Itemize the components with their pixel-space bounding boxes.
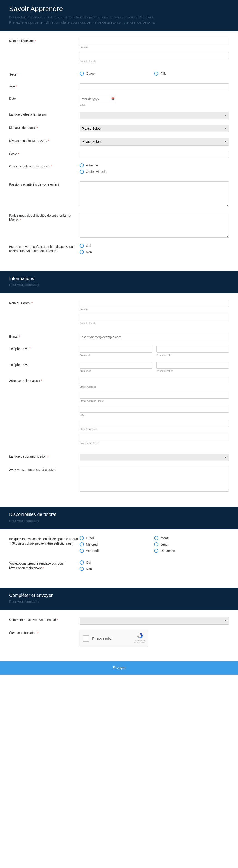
school-input[interactable]	[80, 151, 229, 158]
section1-desc2: Prenez le temps de remplir le formulaire…	[9, 20, 229, 25]
age-input[interactable]	[80, 83, 229, 90]
recaptcha-badge: reCAPTCHA Privacy - Terms	[134, 632, 146, 643]
radio-icon	[80, 567, 84, 571]
date-label: Date	[9, 97, 16, 100]
section4-header: Compléter et envoyer Pour vous contacter	[0, 588, 238, 610]
radio-icon	[80, 542, 84, 547]
comm-lang-select[interactable]	[80, 454, 229, 461]
age-label: Age	[9, 85, 15, 88]
parent-first-name-input[interactable]	[80, 300, 229, 307]
radio-icon	[154, 71, 158, 75]
passions-textarea[interactable]	[80, 182, 229, 207]
school-option-inperson-radio[interactable]: À l'école	[80, 163, 229, 167]
required-mark: *	[47, 455, 49, 458]
appt-no-radio[interactable]: Non	[80, 567, 229, 571]
other-textarea[interactable]	[80, 467, 229, 492]
section1-desc1: Pour débuter le processus de tutorat il …	[9, 14, 229, 20]
section3-subtitle: Pour vous contacter	[9, 518, 229, 523]
postal-input[interactable]	[80, 434, 229, 441]
phone2-number-input[interactable]	[156, 362, 229, 369]
calendar-icon: 📅	[111, 97, 115, 101]
gender-boy-radio[interactable]: Garçon	[80, 71, 154, 75]
state-sublabel: State / Province	[80, 428, 229, 430]
parent-first-name-sublabel: Prénom	[80, 308, 229, 310]
student-last-name-input[interactable]	[80, 52, 229, 59]
radio-icon	[80, 163, 84, 167]
phone1-area-input[interactable]	[80, 346, 152, 353]
handicap-label: Est-ce que votre enfant a un handicap? S…	[9, 245, 74, 253]
day-tuesday-checkbox[interactable]: Mardi	[154, 536, 229, 540]
postal-sublabel: Postal / Zip Code	[80, 442, 229, 444]
difficulties-label: Parlez-nous des difficultés de votre enf…	[9, 214, 71, 222]
handicap-yes-radio[interactable]: Oui	[80, 244, 229, 248]
comm-lang-label: Langue de communication	[9, 455, 46, 458]
section2-header: Informations Pour vous contacter	[0, 271, 238, 293]
subjects-select[interactable]: Please Select	[80, 125, 229, 132]
school-label: École	[9, 152, 17, 156]
day-friday-checkbox[interactable]: Vendredi	[80, 549, 154, 553]
date-sublabel: Date	[80, 103, 229, 106]
home-lang-select[interactable]	[80, 112, 229, 119]
required-mark: *	[19, 335, 20, 338]
radio-icon	[80, 169, 84, 174]
radio-icon	[80, 71, 84, 75]
submit-button[interactable]: Envoyer	[0, 661, 238, 675]
state-input[interactable]	[80, 420, 229, 427]
school-option-virtual-radio[interactable]: Option virtuelle	[80, 169, 229, 174]
recaptcha-widget[interactable]: I'm not a robot reCAPTCHA Privacy - Term…	[80, 630, 148, 647]
handicap-no-radio[interactable]: Non	[80, 250, 229, 254]
day-sunday-checkbox[interactable]: Dimanche	[154, 549, 229, 553]
recaptcha-logo-icon	[136, 632, 143, 639]
city-input[interactable]	[80, 406, 229, 413]
section2-title: Informations	[9, 276, 229, 281]
required-mark: *	[30, 347, 31, 351]
appt-yes-radio[interactable]: Oui	[80, 560, 229, 565]
recaptcha-text: I'm not a robot	[92, 637, 112, 640]
day-wednesday-checkbox[interactable]: Mercredi	[80, 542, 154, 547]
required-mark: *	[17, 73, 19, 76]
street-address2-input[interactable]	[80, 392, 229, 399]
student-name-label: Nom de l'étudiant	[9, 39, 34, 43]
email-label: E-mail	[9, 335, 18, 338]
recaptcha-terms: Privacy - Terms	[134, 642, 146, 643]
street-address-input[interactable]	[80, 378, 229, 384]
student-first-name-input[interactable]	[80, 38, 229, 45]
day-thursday-checkbox[interactable]: Jeudi	[154, 542, 229, 547]
email-input[interactable]	[80, 334, 229, 340]
page-title: Savoir Apprendre	[9, 5, 229, 13]
parent-last-name-sublabel: Nom de famille	[80, 322, 229, 324]
human-label: Êtes-vous humain?	[9, 631, 36, 635]
day-monday-checkbox[interactable]: Lundi	[80, 536, 154, 540]
phone-number-sublabel: Phone number	[156, 370, 229, 372]
recaptcha-checkbox-icon	[83, 635, 89, 642]
other-label: Avez-vous autre chose à ajouter?	[9, 468, 56, 471]
phone-number-sublabel: Phone number	[156, 353, 229, 356]
required-mark: *	[43, 566, 44, 570]
found-select[interactable]	[80, 617, 229, 624]
radio-icon	[80, 244, 84, 248]
radio-icon	[80, 560, 84, 565]
area-code-sublabel: Area code	[80, 353, 152, 356]
found-label: Comment nous avez-vous trouvé	[9, 618, 56, 622]
section4-title: Compléter et envoyer	[9, 593, 229, 598]
section4-subtitle: Pour vous contacter	[9, 599, 229, 604]
last-name-sublabel: Nom de famille	[80, 60, 229, 62]
required-mark: *	[51, 164, 52, 168]
school-option-label: Option scholaire cette année	[9, 164, 50, 168]
gender-label: Sexe	[9, 73, 17, 76]
required-mark: *	[41, 379, 42, 382]
parent-last-name-input[interactable]	[80, 314, 229, 321]
gender-girl-radio[interactable]: Fille	[154, 71, 229, 75]
grade-select[interactable]: Please Select	[80, 138, 229, 146]
address-label: Adresse de la maison	[9, 379, 40, 382]
appt-label: Voulez-vous prendre rendez-vous pour l'é…	[9, 562, 64, 570]
phone1-number-input[interactable]	[156, 346, 229, 353]
section1-header: Savoir Apprendre Pour débuter le process…	[0, 0, 238, 31]
phone1-label: Téléphone #1	[9, 347, 29, 351]
first-name-sublabel: Prénom	[80, 45, 229, 49]
required-mark: *	[37, 126, 38, 129]
date-input[interactable]	[80, 96, 116, 102]
phone2-area-input[interactable]	[80, 362, 152, 369]
radio-icon	[80, 536, 84, 540]
difficulties-textarea[interactable]	[80, 213, 229, 238]
